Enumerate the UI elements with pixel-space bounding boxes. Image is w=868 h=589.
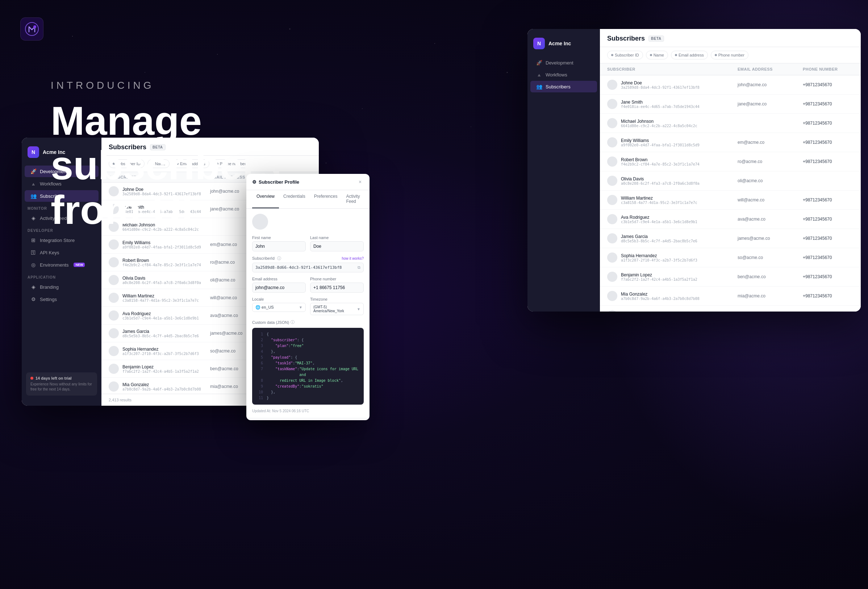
avatar bbox=[109, 310, 119, 320]
back-main-header: Subscribers BETA bbox=[600, 29, 861, 47]
back-filter-phone[interactable]: Phone number bbox=[711, 51, 748, 59]
subscriber-cell: Mia Gonzalez a7b0c8d7-9a2b-4a6f-a4b3-2a7… bbox=[109, 381, 210, 391]
modal-phone-value[interactable]: +1 86675 11756 bbox=[310, 282, 364, 293]
subscriber-cell: Ava Rodriguez c3b1e5d7-c9e4-4e1a-a5b1-3e… bbox=[109, 310, 210, 320]
subscriber-id: 3a2589d8-8da4-4dc3-92f1-43617ef13bf8 bbox=[621, 86, 700, 90]
back-filter-email[interactable]: Email address bbox=[671, 51, 708, 59]
table-row[interactable]: Johne Doe 3a2589d8-8da4-4dc3-92f1-43617e… bbox=[600, 75, 861, 94]
table-row[interactable]: William Martinez c3a8158-4a77-4d1a-95c2-… bbox=[600, 190, 861, 210]
front-sidebar-env-label: Environments bbox=[40, 262, 68, 268]
table-row[interactable]: Michael Johnson 6641d80e-c9c2-4c2b-a222-… bbox=[600, 114, 861, 133]
modal-subscriber-id-value: 3a2589d8-8d66-4dc3-92f1-43617ef13bf8 ⧉ bbox=[252, 263, 364, 272]
front-sidebar-item-settings[interactable]: ⚙ Settings bbox=[25, 294, 99, 305]
subscriber-cell: Sophia Hernandez a1f3c207-2f10-4f3c-a2b7… bbox=[607, 252, 738, 263]
table-row[interactable]: James Garcia d8c5e5b3-8b5c-4c7f-a4d5-2ba… bbox=[600, 229, 861, 248]
table-row[interactable]: Mia Gonzalez a7b0c8d7-9a2b-4a6f-a4b3-2a7… bbox=[600, 286, 861, 306]
modal-tab-credentials[interactable]: Credentials bbox=[279, 190, 310, 208]
modal-code-editor[interactable]: 1{ 2 "subscriber": { 3 "plan": "free" 4 … bbox=[252, 328, 364, 404]
back-filter-name[interactable]: Name bbox=[646, 51, 668, 59]
table-row[interactable]: Robert Brown f4e2b9c2-cf84-4a7e-85c2-3e3… bbox=[600, 152, 861, 171]
subscriber-cell: Robert Brown f4e2b9c2-cf84-4a7e-85c2-3e3… bbox=[109, 257, 210, 267]
subscriber-cell: James Garcia d8c5e5b3-8b5c-4c7f-a4d5-2ba… bbox=[607, 233, 738, 244]
front-settings-icon: ⚙ bbox=[30, 296, 36, 302]
subscriber-name: Michael Johnson bbox=[621, 119, 697, 124]
front-integration-icon: ⊞ bbox=[30, 237, 36, 243]
table-row[interactable]: Emily Williams a9f002e0-e4d7-4faa-bfa1-2… bbox=[600, 133, 861, 152]
front-sidebar-api-label: API Keys bbox=[40, 250, 59, 255]
subscriber-cell: Emily Williams a9f002e0-e4d7-4faa-bfa1-2… bbox=[607, 137, 738, 148]
subscriber-id: a1f3c207-2f10-4f3c-a2b7-3f5c2b7d6f3 bbox=[621, 258, 697, 262]
avatar bbox=[109, 239, 119, 249]
back-sidebar-dev-label: Development bbox=[546, 60, 573, 66]
table-row[interactable]: Benjamin Lopez f7abc2f2-1a2f-42c4-a4b5-1… bbox=[600, 267, 861, 286]
front-sidebar-item-environments[interactable]: ◎ Environments NEW bbox=[25, 259, 99, 270]
modal-email-label: Email address bbox=[252, 277, 306, 281]
app-logo[interactable] bbox=[20, 18, 43, 41]
modal-how-it-works[interactable]: how it works? bbox=[342, 257, 364, 260]
modal-timezone-select[interactable]: (GMT-5) America/New_York ▼ bbox=[310, 303, 364, 315]
avatar bbox=[607, 80, 617, 90]
phone-cell: +98712345670 bbox=[803, 102, 853, 106]
table-row[interactable]: Ava Rodriguez c3b1e5d7-c9e4-4e1a-a5b1-3e… bbox=[600, 210, 861, 229]
modal-subscriber-id-group: SubscriberId ⓘ how it works? 3a2589d8-8d… bbox=[252, 256, 364, 272]
avatar bbox=[109, 293, 119, 303]
environments-new-badge: NEW bbox=[74, 263, 85, 267]
modal-locale-select[interactable]: 🌐 en_US ▼ bbox=[252, 303, 306, 312]
avatar bbox=[607, 272, 617, 282]
modal-close-button[interactable]: × bbox=[356, 178, 364, 186]
subscriber-name: James Garcia bbox=[621, 234, 697, 239]
table-row[interactable]: Ethan Perez +98712345670 bbox=[600, 306, 861, 311]
avatar bbox=[607, 118, 617, 128]
avatar bbox=[109, 381, 119, 391]
modal-contact-row: Email address john@acme.co Phone number … bbox=[252, 277, 364, 293]
front-sidebar-item-integration[interactable]: ⊞ Integration Store bbox=[25, 235, 99, 246]
back-sidebar-workflows-label: Workflows bbox=[546, 72, 567, 78]
modal-name-row: First name John Last name Doe bbox=[252, 235, 364, 251]
subscriber-name: Ava Rodriguez bbox=[621, 215, 697, 220]
back-table-body: Johne Doe 3a2589d8-8da4-4dc3-92f1-43617e… bbox=[600, 75, 861, 311]
avatar bbox=[607, 99, 617, 109]
subscriber-cell: William Martinez c3a8158-4a77-4d1a-95c2-… bbox=[109, 293, 210, 303]
modal-last-name-value[interactable]: Doe bbox=[310, 241, 364, 251]
modal-tab-preferences[interactable]: Preferences bbox=[310, 190, 342, 208]
modal-custom-data-label: Custom data (JSON) ⓘ bbox=[252, 319, 364, 325]
copy-id-button[interactable]: ⧉ bbox=[357, 265, 360, 270]
table-row[interactable]: Jane Smith f4e018ia-ee4c-4d65-a7ab-7d5de… bbox=[600, 94, 861, 114]
phone-cell: +98712345670 bbox=[803, 255, 853, 260]
back-filter-bar: Subscriber ID Name Email address Phone n… bbox=[600, 47, 861, 63]
subscriber-name: Robert Brown bbox=[123, 258, 201, 263]
avatar bbox=[607, 233, 617, 244]
modal-email-value[interactable]: john@acme.co bbox=[252, 282, 306, 293]
modal-first-name-value[interactable]: John bbox=[252, 241, 306, 251]
phone-cell: +98712345670 bbox=[803, 217, 853, 222]
modal-timestamp: Updated At: Nov 5 2024 06:16 UTC bbox=[252, 409, 364, 413]
phone-cell: +98712345670 bbox=[803, 121, 853, 126]
modal-tab-activity-feed[interactable]: Activity Feed bbox=[342, 190, 364, 208]
back-filter-subscriber-id[interactable]: Subscriber ID bbox=[607, 51, 643, 59]
email-cell: james@acme.co bbox=[738, 236, 803, 241]
subscriber-id: a0c8e208-6c2f-4fa3-a7c8-2f0a6c3d8f0a bbox=[621, 182, 700, 186]
modal-subscriber-id-label: SubscriberId ⓘ bbox=[252, 256, 281, 261]
subscriber-id: a1f3c207-2f10-4f3c-a2b7-3f5c2b7d6f3 bbox=[123, 352, 199, 356]
back-sidebar-item-workflows[interactable]: ⟁ Workflows bbox=[530, 69, 597, 80]
subscriber-cell: Mia Gonzalez a7b0c8d7-9a2b-4a6f-a4b3-2a7… bbox=[607, 291, 738, 301]
modal-locale-group: Locale 🌐 en_US ▼ bbox=[252, 297, 306, 315]
subscriber-name: Benjamin Lopez bbox=[123, 365, 199, 369]
avatar bbox=[607, 195, 617, 205]
front-sidebar-item-api-keys[interactable]: ⚿ API Keys bbox=[25, 247, 99, 258]
phone-cell: +98712345670 bbox=[803, 140, 853, 145]
subscriber-id: c3a8158-4a77-4d1a-95c2-3e3f1c1a7e7c bbox=[621, 201, 697, 205]
subscriber-cell: Benjamin Lopez f7abc2f2-1a2f-42c4-a4b5-1… bbox=[109, 364, 210, 374]
front-application-label: Application bbox=[22, 271, 102, 281]
table-row[interactable]: Sophia Hernandez a1f3c207-2f10-4f3c-a2b7… bbox=[600, 248, 861, 267]
back-main-content: Subscribers BETA Subscriber ID Name Emai… bbox=[600, 29, 861, 311]
trial-text: 14 days left on trial bbox=[35, 376, 72, 380]
avatar bbox=[109, 275, 119, 285]
subscriber-id: a0c8e208-6c2f-4fa3-a7c8-2f0a6c3d8f0a bbox=[123, 281, 201, 285]
front-sidebar-item-branding[interactable]: ◈ Branding bbox=[25, 281, 99, 293]
table-row[interactable]: Olivia Davis a0c8e208-6c2f-4fa3-a7c8-2f0… bbox=[600, 171, 861, 190]
modal-tab-overview[interactable]: Overview bbox=[252, 190, 279, 208]
back-sidebar-item-development[interactable]: 🚀 Development bbox=[530, 57, 597, 68]
back-sidebar-item-subscribers[interactable]: 👥 Subscribers bbox=[530, 81, 597, 92]
subscriber-id: f7abc2f2-1a2f-42c4-a4b5-1a3f5a2f1a2 bbox=[621, 278, 697, 282]
